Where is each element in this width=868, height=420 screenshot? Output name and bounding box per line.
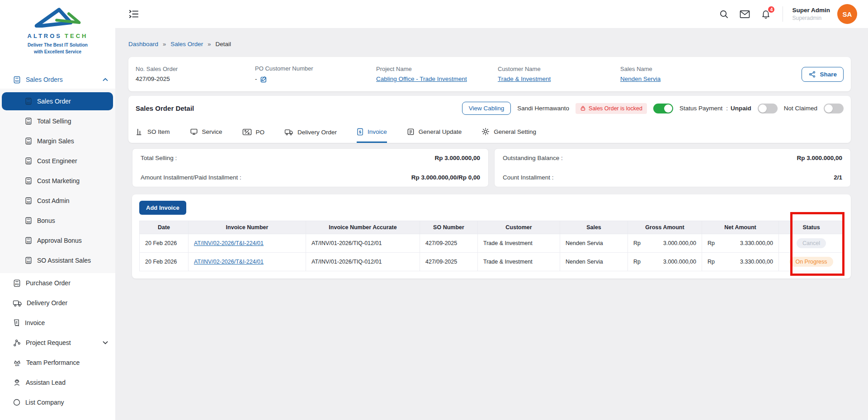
sidebar-item-bonus[interactable]: SO Bonus: [0, 211, 115, 231]
cell-sales: Nenden Servia: [560, 253, 628, 271]
currency-label: Rp: [633, 240, 641, 246]
svg-text:SO: SO: [27, 121, 31, 124]
brand-wordmark-primary: ALTROS: [28, 33, 62, 39]
so-doc-icon: SO: [24, 97, 33, 105]
sidebar-item-approval-bonus[interactable]: SO Approval Bonus: [0, 231, 115, 250]
total-selling-label: Total Selling :: [141, 155, 177, 161]
mail-icon[interactable]: [740, 10, 750, 19]
tab-general-update[interactable]: General Update: [407, 128, 462, 143]
user-name: Super Admin: [792, 6, 830, 14]
tab-general-setting[interactable]: General Setting: [481, 127, 536, 143]
chevron-down-icon[interactable]: [103, 341, 108, 344]
col-invoice-number-accurate: Invoice Number Accurate: [306, 221, 420, 234]
add-invoice-button[interactable]: Add Invoice: [139, 201, 186, 215]
sidebar-item-list-company[interactable]: List Company: [0, 392, 115, 412]
so-doc-icon: SO: [24, 256, 33, 264]
cell-gross-amount: Rp3.000.000,00: [633, 259, 696, 265]
not-claimed-label: Not Claimed: [784, 105, 817, 112]
so-doc-icon: SO: [24, 236, 33, 245]
breadcrumb-dashboard[interactable]: Dashboard: [128, 41, 158, 47]
sidebar-item-delivery-order[interactable]: Delivery Order: [0, 293, 115, 313]
breadcrumb: Dashboard » Sales Order » Detail: [128, 41, 231, 47]
svg-text:SO: SO: [27, 101, 31, 104]
customer-name-link[interactable]: Trade & Investment: [498, 76, 551, 82]
sidebar-item-label: Total Selling: [37, 118, 108, 125]
tab-label: PO: [256, 129, 265, 136]
chevron-up-icon[interactable]: [103, 78, 108, 81]
avatar[interactable]: SA: [837, 4, 857, 24]
tab-invoice[interactable]: $ Invoice: [357, 128, 387, 143]
tab-po[interactable]: PO: [242, 128, 265, 143]
toggle-knob: [825, 104, 833, 113]
sales-order-detail-card: Sales Order Detail View Cabling Sandi He…: [128, 96, 851, 143]
sidebar-item-label: Purchase Order: [26, 279, 108, 287]
tab-service[interactable]: Service: [190, 128, 222, 143]
invoice-number-link[interactable]: AT/INV/02-2026/T&I-224/01: [194, 240, 264, 246]
sidebar-item-sales-order[interactable]: SO Sales Order: [2, 92, 113, 110]
sidebar-item-cost-admin[interactable]: SO Cost Admin: [0, 191, 115, 211]
not-claimed-toggle[interactable]: [824, 104, 844, 113]
so-doc-icon: SO: [24, 117, 33, 125]
sidebar-item-cost-engineer[interactable]: SO Cost Engineer: [0, 151, 115, 171]
hierarchy-icon: [13, 339, 21, 347]
owner-name: Sandi Hermawanto: [517, 105, 569, 112]
receipt-icon: [13, 319, 20, 327]
svg-text:SO: SO: [27, 161, 31, 164]
edit-icon[interactable]: [260, 76, 268, 83]
field-label: No. Sales Order: [136, 66, 255, 72]
brand-tagline-line1: Deliver The Best IT Solution: [0, 42, 115, 49]
status-payment-toggle[interactable]: [758, 104, 778, 113]
table-header-row: Date Invoice Number Invoice Number Accur…: [140, 221, 844, 234]
summary-cards-row: Total Selling : Rp 3.000.000,00 Amount I…: [132, 148, 851, 187]
sales-name-link[interactable]: Nenden Servia: [620, 76, 660, 82]
bell-icon[interactable]: 4: [761, 9, 771, 19]
tab-label: SO Item: [147, 128, 170, 135]
lock-toggle[interactable]: [653, 104, 673, 113]
so-doc-icon: SO: [24, 197, 33, 205]
sidebar-item-label: Team Performance: [26, 359, 108, 366]
lock-icon: [580, 105, 586, 111]
field-label: Project Name: [376, 66, 498, 72]
table-row: 20 Feb 2026 AT/INV/02-2026/T&I-224/01 AT…: [140, 253, 844, 271]
tab-so-item[interactable]: SO Item: [136, 128, 170, 143]
user-block[interactable]: Super Admin Superadmin: [792, 6, 830, 22]
brand-wordmark-secondary: TECH: [65, 33, 88, 39]
sidebar-item-team-performance[interactable]: KPI Team Performance: [0, 353, 115, 373]
sidebar-item-purchase-order[interactable]: PO Purchase Order: [0, 273, 115, 293]
invoice-number-link[interactable]: AT/INV/02-2026/T&I-224/01: [194, 259, 264, 265]
sidebar-item-label: Project Request: [26, 339, 103, 346]
po-doc-icon: PO: [13, 279, 21, 288]
table-row: 20 Feb 2026 AT/INV/02-2026/T&I-224/01 AT…: [140, 234, 844, 253]
search-icon[interactable]: [719, 9, 729, 19]
sidebar-item-total-selling[interactable]: SO Total Selling: [0, 111, 115, 131]
project-name-link[interactable]: Cabling Office - Trade Investment: [376, 76, 467, 82]
sidebar-toggle-icon[interactable]: [129, 10, 139, 18]
field-customer-name: Customer Name Trade & Investment: [498, 66, 620, 82]
field-project-name: Project Name Cabling Office - Trade Inve…: [376, 66, 498, 82]
sidebar-item-assistan-lead[interactable]: Assistan Lead: [0, 373, 115, 392]
locked-badge-label: Sales Order is locked: [589, 105, 642, 112]
detail-header-controls: View Cabling Sandi Hermawanto Sales Orde…: [462, 102, 844, 115]
sidebar-item-project-request[interactable]: Project Request: [0, 333, 115, 353]
detail-header-row: Sales Order Detail View Cabling Sandi He…: [128, 96, 851, 115]
sidebar-item-invoice[interactable]: Invoice: [0, 313, 115, 333]
sidebar-group-label: Sales Orders: [26, 76, 103, 83]
sidebar-group-sales-orders[interactable]: SO Sales Orders: [0, 73, 115, 86]
circle-icon: [13, 398, 21, 406]
cell-invoice-number-accurate: AT/INV/01-2026/TIQ-012/01: [306, 253, 420, 271]
view-cabling-button[interactable]: View Cabling: [462, 102, 511, 115]
share-icon: [808, 71, 816, 78]
sidebar-item-margin-sales[interactable]: SO Margin Sales: [0, 131, 115, 151]
field-no-sales-order: No. Sales Order 427/09-2025: [136, 66, 255, 82]
currency-label: Rp: [708, 259, 715, 265]
share-button[interactable]: Share: [802, 67, 844, 82]
detail-tabs: SO Item Service PO Delivery Order $ Invo…: [128, 127, 851, 143]
breadcrumb-sales-order[interactable]: Sales Order: [170, 41, 203, 47]
dollar-doc-icon: $: [357, 128, 363, 136]
invoice-table-card: Add Invoice Date Invoice Number Invoice …: [132, 194, 851, 278]
amount-installment-label: Amount Installment/Paid Installment :: [141, 174, 241, 181]
sidebar-item-cost-marketing[interactable]: SO Cost Marketing: [0, 171, 115, 191]
brand-tagline: Deliver The Best IT Solution with Excell…: [0, 42, 115, 55]
tab-delivery-order[interactable]: Delivery Order: [284, 128, 337, 143]
sidebar-item-so-assistant-sales[interactable]: SO SO Assistant Sales: [0, 250, 115, 270]
